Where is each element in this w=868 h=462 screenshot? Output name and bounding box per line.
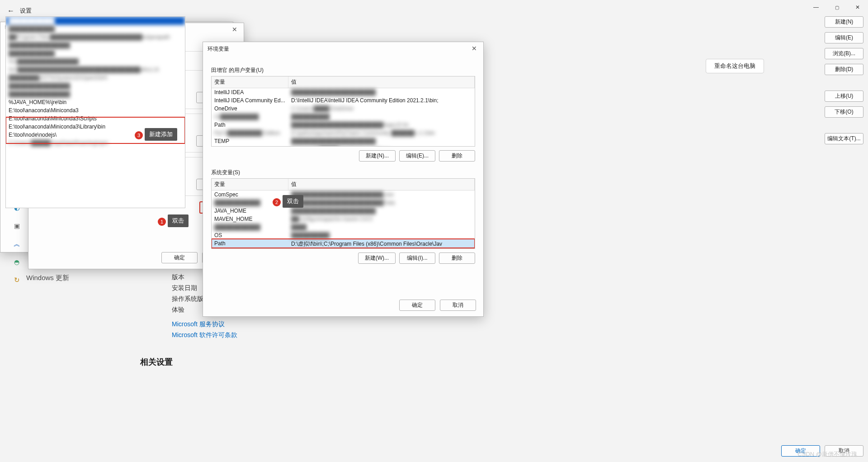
sys-vars-label: 系统变量(S) [211,169,475,176]
list-item[interactable]: %C████████████████████████████████ell\v1… [6,66,185,74]
rename-pc-button[interactable]: 重命名这台电脑 [706,59,764,73]
table-row[interactable]: Path████████████████████████Apps;D:\In [212,121,475,129]
table-row[interactable]: ComSpec████████████████████████.exe [212,191,475,199]
table-row[interactable]: PathD:\虚拟\f\bin\;C;\Program Files (x86)\… [212,239,475,249]
list-item[interactable]: ████████JOT%\System32\OpenSSH\ [6,74,185,82]
table-row[interactable]: TEMP██████████████████████ [212,137,475,145]
table-row[interactable]: PyCh█████████ EditionD:\python\pycharm\P… [212,129,475,137]
annotation-label-3: 新建添加 [145,128,177,141]
dialog-content: 田增官 的用户变量(U) 变量 值 IntelliJ IDEA█████████… [203,56,483,269]
link-license-terms[interactable]: Microsoft 软件许可条款 [172,329,237,340]
sys-delete-button[interactable]: 删除 [439,252,475,264]
move-down-button[interactable]: 下移(O) [825,106,863,118]
user-edit-button[interactable]: 编辑(E)... [399,150,435,162]
sidebar-item-update[interactable]: ↻ [7,271,26,289]
ok-button[interactable]: 确定 [399,300,435,311]
sys-edit-button[interactable]: 编辑(I)... [399,252,435,264]
list-item[interactable]: ████████████████ [6,82,185,90]
environment-variables-dialog: 环境变量 ✕ 田增官 的用户变量(U) 变量 值 IntelliJ IDEA██… [203,42,484,317]
col-val: 值 [288,76,475,88]
list-header: 变量 值 [212,76,475,88]
edit-button[interactable]: 编辑(E) [825,32,863,43]
link-service-agreement[interactable]: Microsoft 服务协议 [172,319,237,329]
user-new-button[interactable]: 新建(N)... [359,150,396,162]
table-row[interactable]: OS██████████ [212,231,475,239]
sys-vars-list[interactable]: 变量 值 ComSpec████████████████████████.exe… [211,178,475,249]
side-buttons: 新建(N) 编辑(E) 浏览(B)... 删除(D) 上移(U) 下移(O) 编… [825,16,863,144]
annotation-label-2: 双击 [283,195,303,208]
annotation-badge-2: 2 [273,198,281,206]
table-row[interactable]: IntelliJ IDEA Community Ed...D:\IntelliJ… [212,96,475,105]
ok-button[interactable]: 确定 [161,252,198,263]
minimize-button[interactable] [806,0,826,14]
annotation-badge-3: 3 [135,131,143,139]
close-icon[interactable]: ✕ [468,43,481,54]
maximize-button[interactable] [826,0,847,14]
list-item[interactable]: ████████████ [6,17,185,25]
list-item[interactable]: ████████████ [6,25,185,33]
edit-text-button[interactable]: 编辑文本(T)... [825,133,863,144]
dialog-title: 环境变量 [203,42,483,56]
browse-button[interactable]: 浏览(B)... [825,48,863,59]
sidebar-item-privacy[interactable]: ◓ [7,253,26,271]
close-button[interactable] [847,0,868,14]
user-vars-list[interactable]: 变量 值 IntelliJ IDEA██████████████████████… [211,76,475,147]
sidebar-item-gaming[interactable]: ▣ [7,217,26,234]
table-row[interactable]: OneDriveC:\Users\████\OneDrive [212,105,475,113]
list-item[interactable]: ██Program Files████████████████████████v… [6,33,185,41]
close-icon[interactable]: ✕ [228,24,241,35]
list-item[interactable]: E:\tool\anaconda\Miniconda3 [6,106,185,114]
accessibility-icon: ︽ [14,240,20,248]
move-up-button[interactable]: 上移(U) [825,90,863,102]
dialog-buttons: 确定 取消 [399,300,476,311]
watermark: CSDN @唐僧不懂玫瑰 [797,450,857,458]
table-row[interactable]: ████████████████████████████████████Data [212,199,475,207]
annotation-badge-1: 1 [158,218,166,226]
col-val: 值 [288,179,475,190]
window-title: 设置 [20,7,32,15]
shield-icon: ◓ [14,258,19,266]
user-btnrow: 新建(N)... 编辑(E)... 删除 [211,150,475,162]
table-row[interactable]: TMPC:\Users\田█████\AppData\Local\Temp [212,145,475,147]
annotation-label-1: 双击 [168,214,189,227]
table-row[interactable]: IntelliJ IDEA██████████████████████ [212,88,475,96]
col-var: 变量 [212,179,288,190]
list-item[interactable]: ████████████ [6,49,185,57]
list-item[interactable]: %S████████████████ [6,57,185,66]
sidebar-item-accessibility[interactable]: ︽ [7,235,26,252]
table-row[interactable]: Or████████████████████ [212,113,475,121]
col-var: 变量 [212,76,288,88]
sys-new-button[interactable]: 新建(W)... [358,252,396,264]
sidebar-label-update: Windows 更新 [26,274,69,282]
cancel-button[interactable]: 取消 [440,300,476,311]
list-item[interactable]: E:\tool\anaconda\Miniconda3\Scripts [6,114,185,123]
list-header: 变量 值 [212,179,475,191]
user-delete-button[interactable]: 删除 [439,150,475,162]
path-list[interactable]: ██████████████████████████Program Files█… [5,16,185,208]
list-item[interactable]: ████████████████ [6,41,185,49]
table-row[interactable]: ████████████████ [212,223,475,231]
sys-btnrow: 新建(W)... 编辑(I)... 删除 [211,252,475,264]
delete-button[interactable]: 删除(D) [825,64,863,75]
related-settings-heading: 相关设置 [140,357,173,367]
window-controls [806,0,868,14]
update-icon: ↻ [14,276,20,284]
list-item[interactable]: ████████████████ [6,90,185,98]
table-row[interactable]: MAVEN_HOME██configure\apache-maven-3.8.5 [212,215,475,223]
table-row[interactable]: JAVA_HOME██████████████████████ [212,207,475,215]
new-button[interactable]: 新建(N) [825,16,863,28]
game-icon: ▣ [14,222,20,229]
list-item[interactable]: %JAVA_HOME%\jre\bin [6,98,185,106]
user-vars-label: 田增官 的用户变量(U) [211,67,475,74]
